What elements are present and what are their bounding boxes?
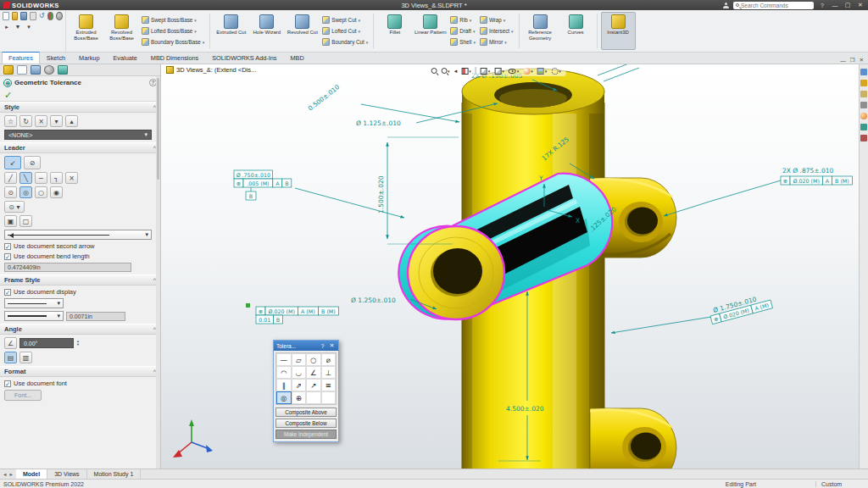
leader-icon[interactable]: ↙: [4, 156, 21, 169]
rib-button[interactable]: Rib▾: [450, 15, 476, 25]
composite-below-button[interactable]: Composite Below: [275, 419, 337, 428]
leader-bent-icon[interactable]: ╲: [19, 172, 32, 184]
dimension-annotation[interactable]: 0.500±.010: [307, 83, 342, 113]
tab-markup[interactable]: Markup: [72, 52, 106, 64]
apply-scene-icon[interactable]: ▾: [537, 68, 548, 75]
document-font-checkbox[interactable]: Use document font: [4, 380, 156, 387]
print-icon[interactable]: [30, 12, 36, 20]
dimension-annotation[interactable]: Ø 1.250±.010: [351, 297, 396, 304]
tab-mbd-dimensions[interactable]: MBD Dimensions: [144, 52, 205, 64]
dialog-help-icon[interactable]: ?: [319, 343, 326, 349]
dialog-close-icon[interactable]: ✕: [328, 342, 336, 349]
document-display-checkbox[interactable]: Use document display: [4, 288, 156, 296]
gdt-symbol-cell-8[interactable]: ∥: [276, 379, 292, 391]
tab-mbd[interactable]: MBD: [283, 52, 310, 64]
tab-solidworks-add-ins[interactable]: SOLIDWORKS Add-Ins: [205, 52, 283, 64]
style-update-icon[interactable]: ↻: [19, 115, 32, 127]
gdt-symbol-cell-6[interactable]: ∠: [306, 366, 321, 379]
doc-restore-icon[interactable]: ❐: [850, 57, 855, 64]
gdt-symbol-cell-3[interactable]: ⌀: [321, 353, 337, 366]
pm-scrollbar[interactable]: [156, 76, 160, 469]
view-orientation-icon[interactable]: ▾: [481, 68, 491, 75]
upper-lug-hole[interactable]: [627, 208, 658, 235]
new-document-icon[interactable]: [3, 12, 9, 20]
no-leader-icon[interactable]: ⊘: [24, 156, 41, 169]
gdt-symbol-cell-0[interactable]: —: [276, 353, 292, 366]
leader-none-icon[interactable]: ×: [65, 172, 78, 184]
dimension-annotation[interactable]: X: [576, 217, 580, 225]
line-style-combo[interactable]: ▾: [4, 298, 64, 308]
appearances-icon[interactable]: [860, 113, 867, 119]
gdt-symbol-cell-2[interactable]: ○: [306, 353, 321, 366]
extruded-cut-button[interactable]: Extruded Cut: [214, 12, 248, 50]
forum-icon[interactable]: [860, 135, 867, 141]
pm-tab-propertymanager-icon[interactable]: [3, 65, 14, 75]
model-scene[interactable]: 2X Ø .190±.0050.500±.010Ø 1.125±.0101.50…: [161, 64, 859, 469]
make-independent-button[interactable]: Make Independent: [275, 430, 337, 439]
font-button[interactable]: Font...: [4, 390, 42, 401]
gdt-symbol-cell-12[interactable]: ◎: [276, 391, 292, 404]
feature-tree-flyout[interactable]: 3D Views_&: (Extend <Dis...: [166, 66, 256, 74]
tabs-scroll-left-icon[interactable]: ◄: [3, 472, 7, 477]
revolved-cut-button[interactable]: Revolved Cut: [285, 12, 320, 50]
tabs-scroll-right-icon[interactable]: ►: [8, 472, 13, 477]
tab-evaluate[interactable]: Evaluate: [106, 52, 143, 64]
gdt-symbol-cell-4[interactable]: ◠: [276, 366, 292, 379]
pm-tab-display-icon[interactable]: [58, 65, 68, 75]
status-units[interactable]: Custom: [815, 481, 865, 487]
leader-style-combo[interactable]: ⊙ ▾: [4, 201, 25, 213]
lofted-boss-button[interactable]: Lofted Boss/Base▾: [142, 26, 204, 36]
style-save-icon[interactable]: ▾: [50, 115, 63, 127]
tab-features[interactable]: Features: [2, 52, 40, 64]
second-arrow-checkbox[interactable]: Use document second arrow: [4, 242, 156, 250]
display-style-icon[interactable]: ▾: [494, 68, 504, 75]
tolerance-dialog-titlebar[interactable]: Tolera... ? ✕: [274, 341, 338, 351]
view-settings-icon[interactable]: ▾: [551, 68, 561, 75]
open-icon[interactable]: [12, 12, 19, 20]
revolved-boss-button[interactable]: Revolved Boss/Base: [104, 12, 139, 50]
reference-geometry-button[interactable]: Reference Geometry: [523, 12, 558, 50]
swept-boss-button[interactable]: Swept Boss/Base▾: [142, 15, 204, 25]
gdt-symbol-cell-9[interactable]: ⇗: [292, 379, 307, 391]
intersect-button[interactable]: Intersect▾: [480, 26, 514, 36]
gdt-symbol-cell-10[interactable]: ↗: [306, 379, 321, 391]
leader-dot-icon[interactable]: ◎: [19, 186, 32, 198]
leader-filled-icon[interactable]: ◉: [50, 186, 63, 198]
pm-tab-featuremanager-icon[interactable]: [17, 65, 27, 75]
doc-tab-motion-study-1[interactable]: Motion Study 1: [87, 469, 142, 479]
pm-tab-dimxpert-icon[interactable]: [44, 65, 54, 75]
style-section-header[interactable]: Style^: [0, 102, 160, 113]
login-icon[interactable]: [723, 3, 729, 8]
gdt-symbol-cell-1[interactable]: ▱: [292, 353, 307, 366]
swept-cut-button[interactable]: Swept Cut▾: [322, 15, 368, 25]
frame-style-section-header[interactable]: Frame Style^: [0, 274, 160, 286]
ok-check-icon[interactable]: ✓: [4, 90, 12, 101]
lofted-cut-button[interactable]: Lofted Cut▾: [322, 26, 368, 36]
shell-button[interactable]: Shell▾: [450, 37, 476, 47]
save-icon[interactable]: [20, 12, 27, 20]
rebuild-icon[interactable]: [47, 12, 54, 20]
doc-minimize-icon[interactable]: —: [840, 58, 846, 64]
dimension-annotation[interactable]: 2X Ø .875±.010: [782, 167, 833, 175]
leader-left-icon[interactable]: ╱: [4, 172, 17, 184]
arrow-style-combo[interactable]: ▾: [4, 230, 152, 240]
style-combo[interactable]: <NONE>▾: [4, 130, 152, 140]
boundary-cut-button[interactable]: Boundary Cut▾: [322, 37, 368, 47]
draft-button[interactable]: Draft▾: [450, 26, 476, 36]
dimension-annotation[interactable]: Ø 1.125±.010: [356, 119, 401, 127]
dimension-annotation[interactable]: 1.500±.020: [377, 175, 385, 214]
dropdown-caret-icon[interactable]: ▾: [25, 23, 33, 31]
lower-lug-hole[interactable]: [631, 433, 661, 460]
angle-section-header[interactable]: Angle^: [0, 324, 160, 335]
select-cursor-icon[interactable]: ▸: [3, 23, 11, 31]
leader-circle-icon[interactable]: ⊙: [4, 186, 17, 198]
wrap-button[interactable]: Wrap▾: [480, 15, 514, 25]
options-gear-icon[interactable]: [56, 12, 63, 20]
feature-control-frame[interactable]: ⊕Ø.020 (M)AB (M): [781, 176, 852, 185]
undo-icon[interactable]: ↺: [39, 12, 45, 20]
leader-straight-icon[interactable]: ─: [35, 172, 47, 184]
bend-length-field[interactable]: 0.4724409in: [4, 263, 131, 272]
extruded-boss-button[interactable]: Extruded Boss/Base: [69, 12, 103, 50]
doc-tab-model[interactable]: Model: [16, 469, 47, 479]
design-library-icon[interactable]: [860, 80, 867, 86]
